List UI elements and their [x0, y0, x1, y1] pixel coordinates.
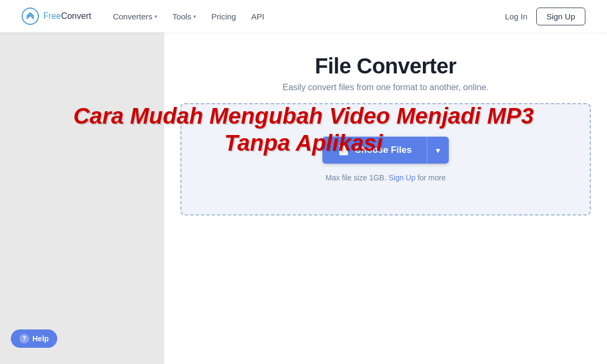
choose-files-group: 📄 Choose Files ▾	[322, 137, 449, 164]
logo-icon	[22, 8, 39, 25]
login-button[interactable]: Log In	[505, 12, 528, 21]
help-button[interactable]: ? Help	[11, 329, 57, 348]
navbar-left: FreeConvert Converters ▾ Tools ▾ Pricing…	[22, 8, 264, 25]
page-header: File Converter Easily convert files from…	[164, 32, 607, 103]
file-upload-icon: 📄	[338, 144, 349, 156]
content-card: File Converter Easily convert files from…	[164, 32, 607, 364]
choose-files-button[interactable]: 📄 Choose Files	[322, 137, 427, 164]
nav-pricing[interactable]: Pricing	[211, 12, 236, 21]
page-subtitle: Easily convert files from one format to …	[186, 83, 585, 92]
logo-convert: Convert	[61, 11, 91, 21]
nav-tools[interactable]: Tools ▾	[172, 12, 196, 21]
main-wrapper: File Converter Easily convert files from…	[0, 32, 607, 364]
logo-free: Free	[43, 11, 61, 21]
nav-links: Converters ▾ Tools ▾ Pricing API	[113, 12, 264, 21]
signup-link[interactable]: Sign Up	[388, 173, 415, 182]
help-icon: ?	[19, 334, 29, 343]
svg-point-0	[22, 8, 38, 24]
drop-zone[interactable]: 📄 Choose Files ▾ Max file size 1GB. Sign…	[180, 103, 591, 215]
logo[interactable]: FreeConvert	[22, 8, 91, 25]
signup-button[interactable]: Sign Up	[536, 8, 585, 25]
logo-text: FreeConvert	[43, 11, 91, 21]
converters-chevron-icon: ▾	[154, 14, 157, 19]
page-title: File Converter	[186, 54, 585, 78]
tools-chevron-icon: ▾	[193, 14, 196, 19]
nav-converters[interactable]: Converters ▾	[113, 12, 157, 21]
choose-files-dropdown-button[interactable]: ▾	[427, 137, 449, 164]
navbar: FreeConvert Converters ▾ Tools ▾ Pricing…	[0, 0, 607, 32]
dropdown-chevron-icon: ▾	[436, 145, 440, 156]
drop-zone-wrapper: 📄 Choose Files ▾ Max file size 1GB. Sign…	[164, 103, 607, 215]
file-size-note: Max file size 1GB. Sign Up for more	[203, 173, 568, 182]
navbar-right: Log In Sign Up	[505, 8, 585, 25]
nav-api[interactable]: API	[251, 12, 264, 21]
